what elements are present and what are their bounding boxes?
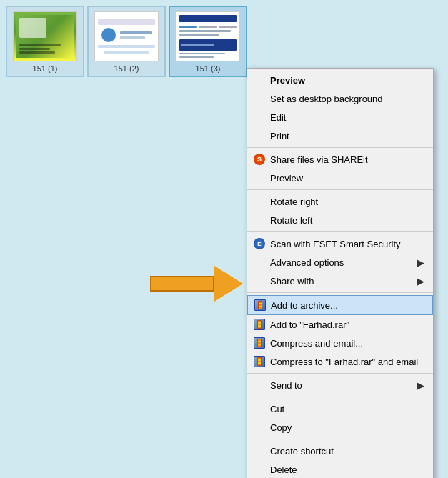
menu-item-shareit[interactable]: S Share files via SHAREit: [247, 150, 433, 169]
menu-item-cut[interactable]: Cut: [247, 399, 433, 418]
menu-item-print[interactable]: Print: [247, 126, 433, 145]
menu-label-add-to-archive: Add to archive...: [271, 300, 424, 311]
menu-item-preview2[interactable]: Preview: [247, 169, 433, 187]
menu-icon-empty-3: [253, 111, 266, 124]
separator-6: [247, 397, 433, 397]
menu-item-edit[interactable]: Edit: [247, 108, 433, 126]
menu-item-eset[interactable]: E Scan with ESET Smart Security: [247, 234, 433, 253]
menu-label-print: Print: [270, 131, 424, 141]
menu-label-send-to: Send to: [270, 380, 417, 391]
thumb-label-2: 151 (2): [114, 64, 139, 73]
menu-item-set-desktop-bg[interactable]: Set as desktop background: [247, 89, 433, 108]
menu-label-delete: Delete: [270, 464, 424, 475]
menu-label-rotate-right: Rotate right: [270, 196, 424, 207]
thumbnail-2[interactable]: 151 (2): [87, 6, 166, 77]
menu-label-edit: Edit: [270, 112, 424, 123]
menu-item-create-shortcut[interactable]: Create shortcut: [247, 442, 433, 460]
menu-icon-empty-8: [253, 256, 266, 269]
separator-3: [247, 231, 433, 232]
menu-label-compress-to-farhad-email: Compress to "Farhad.rar" and email: [270, 357, 424, 367]
menu-label-copy: Copy: [270, 422, 424, 433]
menu-item-preview-bold[interactable]: Preview: [247, 71, 433, 89]
menu-item-advanced-options[interactable]: Advanced options ▶: [247, 253, 433, 272]
arrow-indicator: [150, 266, 243, 302]
menu-icon-empty-7: [253, 214, 266, 226]
menu-label-eset: Scan with ESET Smart Security: [270, 239, 424, 249]
menu-label-share-with: Share with: [270, 276, 417, 287]
thumbnail-3[interactable]: 151 (3): [169, 6, 247, 77]
menu-label-set-desktop-bg: Set as desktop background: [270, 94, 424, 104]
menu-label-shareit: Share files via SHAREit: [270, 154, 424, 165]
menu-icon-empty-10: [253, 379, 266, 392]
menu-item-delete[interactable]: Delete: [247, 460, 433, 478]
separator-2: [247, 189, 433, 190]
menu-item-share-with[interactable]: Share with ▶: [247, 272, 433, 290]
menu-icon-empty-13: [253, 444, 266, 457]
arrow-head: [214, 266, 243, 302]
menu-icon-empty-12: [253, 421, 266, 434]
menu-item-add-to-farhad[interactable]: Add to "Farhad.rar": [247, 315, 433, 334]
menu-label-cut: Cut: [270, 404, 424, 414]
separator-7: [247, 439, 433, 439]
menu-item-copy[interactable]: Copy: [247, 418, 433, 437]
menu-label-advanced-options: Advanced options: [270, 257, 417, 268]
thumbnail-1[interactable]: 151 (1): [6, 6, 84, 77]
menu-label-preview-bold: Preview: [270, 75, 424, 86]
menu-icon-empty-11: [253, 402, 266, 415]
menu-item-rotate-left[interactable]: Rotate left: [247, 211, 433, 229]
menu-label-compress-email: Compress and email...: [270, 338, 424, 349]
thumb-label-3: 151 (3): [196, 64, 221, 73]
menu-icon-empty-14: [253, 463, 266, 476]
thumb-img-2: [94, 11, 159, 61]
shareit-icon: S: [253, 153, 266, 166]
thumbnails-area: 151 (1) 151 (2): [0, 0, 253, 83]
separator-5: [247, 373, 433, 374]
submenu-arrow-share: ▶: [417, 276, 424, 287]
rar-icon-compress-farhad: [253, 355, 266, 368]
separator-1: [247, 147, 433, 148]
arrow-body: [150, 276, 214, 292]
thumb-img-1: [13, 11, 77, 61]
menu-item-add-to-archive[interactable]: Add to archive...: [247, 295, 433, 315]
thumb-img-3: [176, 11, 240, 61]
rar-icon-farhad: [253, 318, 266, 331]
submenu-arrow-send: ▶: [417, 380, 424, 391]
menu-icon-empty-1: [253, 74, 266, 86]
menu-label-preview2: Preview: [270, 173, 424, 184]
menu-icon-empty-6: [253, 195, 266, 208]
menu-label-add-to-farhad: Add to "Farhad.rar": [270, 319, 424, 330]
submenu-arrow-advanced: ▶: [417, 257, 424, 268]
rar-icon-archive: [254, 299, 267, 312]
menu-icon-empty-2: [253, 92, 266, 105]
menu-label-rotate-left: Rotate left: [270, 215, 424, 226]
menu-label-create-shortcut: Create shortcut: [270, 446, 424, 457]
menu-item-compress-email[interactable]: Compress and email...: [247, 334, 433, 352]
menu-item-compress-to-farhad-email[interactable]: Compress to "Farhad.rar" and email: [247, 352, 433, 371]
menu-icon-empty-9: [253, 274, 266, 287]
menu-icon-empty-4: [253, 129, 266, 142]
eset-icon: E: [253, 237, 266, 250]
separator-4: [247, 292, 433, 293]
menu-icon-empty-5: [253, 171, 266, 184]
menu-item-rotate-right[interactable]: Rotate right: [247, 192, 433, 211]
context-menu: Preview Set as desktop background Edit P…: [247, 68, 434, 478]
rar-icon-compress: [253, 337, 266, 349]
thumb-label-1: 151 (1): [33, 64, 58, 73]
menu-item-send-to[interactable]: Send to ▶: [247, 376, 433, 394]
